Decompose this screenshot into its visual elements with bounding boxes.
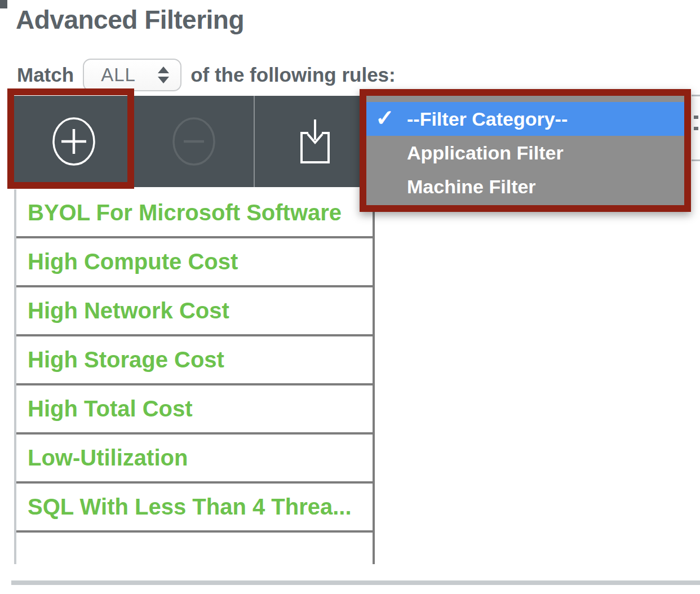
filter-category-menu: ✓ --Filter Category-- Application Filter… (366, 96, 684, 205)
minus-circle-icon (171, 116, 216, 167)
filter-toolbar (14, 96, 375, 187)
match-label: Match (17, 64, 74, 86)
match-rule-bar: Match ALL of the following rules: (17, 57, 396, 92)
import-filter-button[interactable] (254, 96, 375, 187)
page-title: Advanced Filtering (16, 5, 244, 35)
select-spinner-icon (158, 67, 169, 83)
remove-filter-button[interactable] (134, 96, 254, 187)
category-select-clipped[interactable] (692, 95, 700, 161)
checkmark-icon: ✓ (375, 105, 395, 131)
menu-item-label: --Filter Category-- (407, 108, 568, 130)
saved-filter-list: BYOL For Microsoft Software High Compute… (14, 189, 375, 564)
add-filter-button[interactable] (14, 96, 134, 187)
match-mode-select[interactable]: ALL (83, 59, 181, 91)
import-tray-icon (297, 117, 333, 166)
annotation-box-category-dropdown: ✓ --Filter Category-- Application Filter… (360, 89, 691, 212)
plus-circle-icon (51, 116, 96, 167)
list-item-empty (16, 533, 373, 564)
menu-item-label: Application Filter (407, 142, 564, 164)
list-item[interactable]: BYOL For Microsoft Software (16, 189, 373, 238)
menu-item-label: Machine Filter (407, 176, 536, 198)
clipped-ui-fragment (0, 0, 7, 8)
list-item[interactable]: High Storage Cost (16, 336, 373, 385)
list-item[interactable]: SQL With Less Than 4 Threa... (16, 484, 373, 533)
list-item[interactable]: High Compute Cost (16, 238, 373, 287)
menu-item-machine-filter[interactable]: Machine Filter (366, 170, 684, 203)
list-item[interactable]: High Total Cost (16, 385, 373, 435)
menu-item-application-filter[interactable]: Application Filter (366, 136, 684, 170)
panel-bottom-divider (11, 580, 700, 585)
match-rules-label: of the following rules: (190, 64, 396, 86)
menu-item-filter-category[interactable]: ✓ --Filter Category-- (366, 102, 684, 136)
list-item[interactable]: Low-Utilization (16, 435, 373, 484)
list-item[interactable]: High Network Cost (16, 287, 373, 336)
match-mode-value: ALL (101, 64, 136, 86)
